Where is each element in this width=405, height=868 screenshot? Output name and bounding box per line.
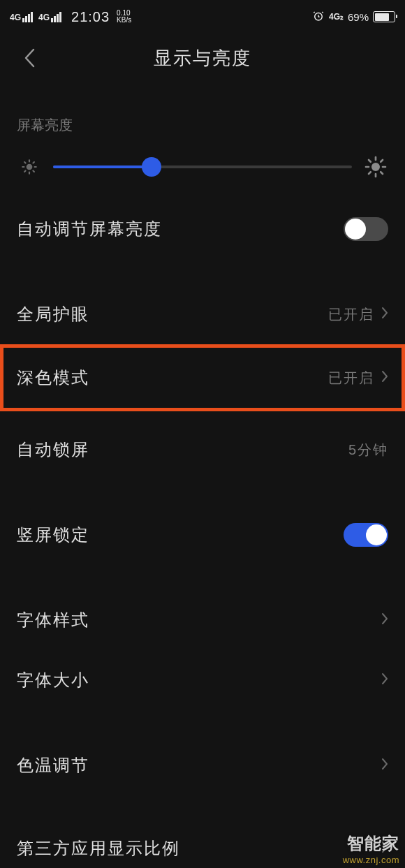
third-party-display-label: 第三方应用显示比例 (17, 837, 180, 860)
svg-line-9 (33, 162, 34, 163)
dark-mode-row[interactable]: 深色模式 已开启 (3, 348, 402, 408)
alarm-icon (312, 10, 325, 24)
back-button[interactable] (15, 44, 43, 72)
svg-line-17 (369, 172, 371, 174)
network-speed: 0.10 KB/s (117, 10, 131, 24)
signal-2-label: 4G (38, 13, 50, 22)
orientation-lock-label: 竖屏锁定 (17, 524, 89, 546)
dark-mode-highlight: 深色模式 已开启 (0, 344, 405, 411)
sun-bright-icon (364, 156, 387, 178)
dark-mode-label: 深色模式 (17, 367, 89, 389)
clock: 21:03 (71, 9, 110, 25)
battery-percent: 69% (348, 11, 369, 23)
chevron-right-icon (381, 612, 388, 628)
brightness-section-label: 屏幕亮度 (0, 82, 405, 143)
signal-indicator-2: 4G (38, 12, 63, 22)
signal-1-label: 4G (10, 13, 21, 22)
svg-line-6 (24, 162, 26, 163)
page-title: 显示与亮度 (0, 46, 405, 71)
status-bar: 4G 4G 21:03 0.10 KB/s 4G₂ 69% (0, 0, 405, 34)
eye-care-value: 已开启 (328, 305, 374, 324)
status-left: 4G 4G 21:03 0.10 KB/s (10, 9, 131, 25)
eye-care-label: 全局护眼 (17, 303, 89, 325)
font-style-label: 字体样式 (17, 609, 89, 631)
third-party-display-row[interactable]: 第三方应用显示比例 (0, 821, 405, 860)
eye-care-row[interactable]: 全局护眼 已开启 (0, 284, 405, 344)
svg-line-16 (381, 172, 383, 174)
chevron-left-icon (24, 48, 35, 68)
svg-line-18 (381, 160, 383, 162)
font-style-row[interactable]: 字体样式 (0, 590, 405, 650)
orientation-lock-toggle[interactable] (344, 523, 388, 547)
slider-fill (53, 165, 152, 168)
network-badge: 4G₂ (329, 12, 344, 22)
svg-line-15 (369, 160, 371, 162)
chevron-right-icon (381, 672, 388, 688)
svg-point-1 (27, 164, 33, 170)
speed-unit: KB/s (117, 17, 131, 24)
chevron-right-icon (381, 370, 388, 385)
font-size-row[interactable]: 字体大小 (0, 650, 405, 710)
svg-point-10 (371, 163, 380, 171)
auto-lock-row[interactable]: 自动锁屏 5分钟 (0, 420, 405, 480)
chevron-right-icon (381, 307, 388, 322)
brightness-slider[interactable] (53, 165, 352, 168)
svg-line-8 (24, 170, 26, 172)
auto-lock-label: 自动锁屏 (17, 439, 89, 461)
brightness-slider-row (0, 143, 405, 199)
svg-line-7 (33, 170, 34, 172)
font-size-label: 字体大小 (17, 669, 89, 691)
status-right: 4G₂ 69% (312, 10, 395, 24)
toggle-knob (345, 219, 366, 240)
page-header: 显示与亮度 (0, 34, 405, 82)
chevron-right-icon (381, 841, 388, 856)
slider-thumb[interactable] (142, 157, 161, 177)
color-temp-label: 色温调节 (17, 754, 89, 777)
signal-indicator-1: 4G (10, 12, 34, 22)
battery-icon (373, 11, 395, 22)
dark-mode-value: 已开启 (328, 369, 374, 388)
sun-dim-icon (18, 156, 40, 178)
auto-brightness-row: 自动调节屏幕亮度 (0, 199, 405, 259)
color-temp-row[interactable]: 色温调节 (0, 735, 405, 795)
orientation-lock-row: 竖屏锁定 (0, 505, 405, 565)
auto-brightness-toggle[interactable] (344, 217, 388, 241)
toggle-knob (366, 524, 387, 545)
auto-lock-value: 5分钟 (348, 441, 388, 459)
chevron-right-icon (381, 758, 388, 773)
auto-brightness-label: 自动调节屏幕亮度 (17, 218, 162, 240)
